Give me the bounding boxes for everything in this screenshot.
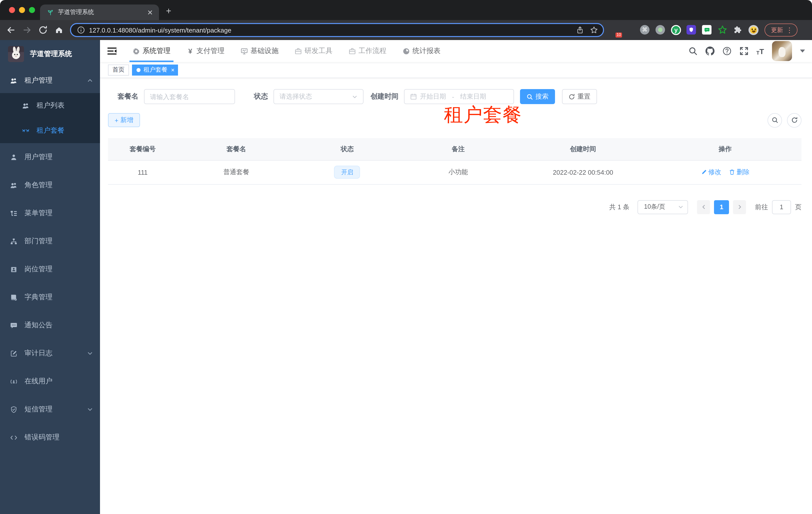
sidebar-item-tenant-list[interactable]: 租户列表 [0, 93, 100, 118]
current-page-button[interactable]: 1 [714, 200, 729, 214]
tag-home[interactable]: 首页 [108, 64, 129, 75]
sidebar-collapse-icon[interactable] [108, 47, 116, 55]
extensions-puzzle-icon[interactable] [733, 25, 743, 35]
search-icon[interactable] [688, 47, 697, 56]
sidebar-item-audit-log[interactable]: 审计日志 [0, 339, 100, 367]
app-logo-rabbit [8, 46, 24, 62]
tag-tenant-package[interactable]: 租户套餐 × [132, 64, 178, 75]
add-button-label: 新增 [120, 116, 134, 125]
extension-emoji-icon[interactable] [749, 25, 758, 35]
prev-page-button[interactable] [697, 200, 710, 214]
delete-link[interactable]: 删除 [729, 168, 750, 177]
sidebar-item-role-management[interactable]: 角色管理 [0, 171, 100, 199]
date-separator: - [449, 93, 457, 100]
date-range-picker[interactable]: 开始日期 - 结束日期 [404, 89, 514, 104]
topnav-infrastructure[interactable]: 基础设施 [235, 40, 284, 62]
reload-icon[interactable] [38, 25, 48, 35]
end-date-placeholder[interactable]: 结束日期 [460, 92, 486, 101]
topnav-payment[interactable]: ¥ 支付管理 [181, 40, 230, 62]
sidebar-item-online-users[interactable]: 在线用户 [0, 367, 100, 396]
dictionary-icon [10, 294, 18, 301]
refresh-table-button[interactable] [787, 113, 802, 127]
sidebar-item-sms-management[interactable]: 短信管理 [0, 396, 100, 424]
sidebar-item-user-management[interactable]: 用户管理 [0, 143, 100, 171]
sidebar-item-menu-management[interactable]: 菜单管理 [0, 199, 100, 227]
topnav-system[interactable]: 系统管理 [127, 40, 175, 62]
search-button[interactable]: 搜索 [520, 89, 555, 104]
window-maximize-button[interactable] [29, 7, 35, 13]
app-logo-row[interactable]: 芋道管理系统 [0, 40, 100, 68]
topnav-reports[interactable]: 统计报表 [398, 40, 445, 62]
sidebar-item-tenant-package[interactable]: 租户套餐 [0, 118, 100, 143]
sidebar-item-tenant-management[interactable]: 租户管理 [0, 68, 100, 93]
user-avatar[interactable] [772, 41, 792, 61]
sidebar-item-post-management[interactable]: 岗位管理 [0, 255, 100, 283]
sidebar-item-error-code[interactable]: 错误码管理 [0, 424, 100, 452]
topnav-label: 工作流程 [358, 47, 386, 56]
chevron-down-icon [87, 350, 93, 356]
share-icon[interactable] [576, 26, 584, 34]
edit-link-label: 修改 [708, 168, 721, 177]
url-text[interactable]: 127.0.0.1:48080/admin-ui/system/tenant/p… [89, 26, 576, 34]
reset-button[interactable]: 重置 [562, 89, 597, 104]
column-header-actions: 操作 [649, 138, 802, 160]
edit-link[interactable]: 修改 [701, 168, 721, 177]
column-header-created: 创建时间 [517, 138, 649, 160]
site-info-icon[interactable] [77, 26, 85, 34]
browser-tab[interactable]: 芋道管理系统 ✕ [40, 4, 159, 20]
chevron-down-icon [678, 204, 684, 210]
extension-chat-icon[interactable] [702, 25, 712, 35]
sidebar-item-dept-management[interactable]: 部门管理 [0, 227, 100, 255]
sidebar-item-notice[interactable]: 通知公告 [0, 311, 100, 339]
chrome-update-button[interactable]: 更新 ⋮ [764, 24, 798, 36]
topnav-label: 支付管理 [197, 47, 225, 56]
filter-time-label: 创建时间 [371, 92, 399, 101]
home-icon[interactable] [54, 25, 64, 35]
page-size-select[interactable]: 10条/页 [638, 200, 688, 214]
fullscreen-icon[interactable] [739, 47, 748, 56]
package-name-field[interactable] [150, 93, 229, 100]
main-area: 系统管理 ¥ 支付管理 基础设施 研发工具 [100, 40, 812, 514]
show-search-toggle-button[interactable] [767, 113, 782, 127]
extension-diamond-icon[interactable]: 10 [609, 25, 619, 35]
add-button[interactable]: + 新增 [108, 113, 140, 127]
window-close-button[interactable] [9, 7, 15, 13]
user-icon [10, 154, 18, 161]
cell-created-time: 2022-02-22 00:54:00 [517, 160, 649, 184]
new-tab-button[interactable]: + [166, 6, 171, 17]
package-name-input[interactable] [144, 89, 235, 104]
sidebar-item-dict-management[interactable]: 字典管理 [0, 283, 100, 311]
extension-star-icon[interactable] [718, 25, 727, 35]
sidebar-submenu-tenant: 租户列表 租户套餐 [0, 93, 100, 143]
tab-title: 芋道管理系统 [58, 8, 146, 17]
tab-close-icon[interactable]: ✕ [146, 9, 154, 16]
goto-page-input[interactable] [772, 200, 791, 214]
window-minimize-button[interactable] [19, 7, 25, 13]
help-icon[interactable] [722, 47, 731, 56]
status-badge[interactable]: 开启 [334, 166, 360, 179]
forward-icon[interactable] [22, 25, 32, 35]
app-navbar: 系统管理 ¥ 支付管理 基础设施 研发工具 [100, 40, 812, 62]
extension-command-icon[interactable]: ⌘ [640, 25, 650, 35]
topnav-dev-tools[interactable]: 研发工具 [290, 40, 338, 62]
tag-close-icon[interactable]: × [171, 67, 174, 73]
github-icon[interactable] [705, 47, 714, 56]
monitor-icon [240, 47, 248, 55]
calendar-icon [410, 93, 417, 100]
user-menu-caret-icon[interactable] [800, 50, 805, 53]
start-date-placeholder[interactable]: 开始日期 [420, 92, 446, 101]
cell-package-id: 111 [108, 160, 177, 184]
next-page-button[interactable] [733, 200, 746, 214]
extension-gem-icon[interactable] [625, 25, 635, 35]
extension-shield-icon[interactable] [687, 25, 696, 35]
topnav-workflow[interactable]: 工作流程 [344, 40, 392, 62]
font-size-icon[interactable]: TT [756, 47, 764, 55]
extension-record-icon[interactable] [656, 25, 666, 35]
extension-y-icon[interactable]: y [671, 25, 681, 35]
bookmark-star-icon[interactable] [590, 26, 598, 34]
address-bar[interactable]: 127.0.0.1:48080/admin-ui/system/tenant/p… [70, 23, 604, 37]
status-select[interactable]: 请选择状态 [273, 89, 364, 104]
browser-menu-icon[interactable]: ⋮ [786, 26, 793, 34]
back-icon[interactable] [6, 25, 16, 35]
pagination: 共 1 条 10条/页 1 前往 页 [108, 200, 802, 214]
